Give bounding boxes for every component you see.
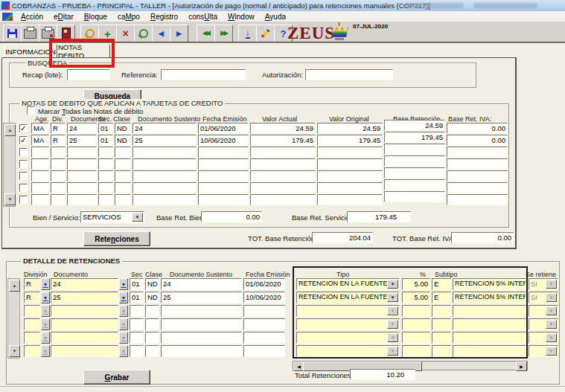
notas-cell-valor_original[interactable] [317, 182, 383, 193]
bien-servicio-select[interactable]: SERVICIOS ▼ [80, 211, 144, 223]
menu-item-ayuda[interactable]: Ayuda [260, 11, 291, 22]
detalle-cell-clase[interactable] [145, 318, 159, 330]
detalle-cell-sustento[interactable] [161, 305, 242, 317]
notas-cell-valor_original[interactable] [317, 158, 383, 170]
notas-cell-valor_actual[interactable]: 24.59 [250, 123, 316, 134]
notas-cell-base_ret_iva[interactable] [447, 182, 508, 193]
base-ret-bien-field[interactable]: 0.00 [201, 211, 262, 222]
notas-cell-documento[interactable] [67, 147, 97, 158]
notas-cell-documento[interactable] [67, 170, 97, 181]
documento-lov-button[interactable]: ▼ [119, 278, 128, 290]
notas-cell-valor_actual[interactable] [250, 147, 316, 158]
notas-cell-sec[interactable]: 01 [98, 123, 113, 134]
detalle-cell-sec[interactable] [130, 332, 144, 344]
detalle-cell-documento[interactable] [51, 332, 118, 344]
dropdown-arrow-icon[interactable]: ▼ [132, 213, 143, 222]
notas-row-checkbox[interactable] [19, 172, 28, 180]
detalle-cell-sustento[interactable] [161, 345, 242, 357]
execute-query-button[interactable] [134, 25, 153, 42]
notas-cell-valor_original[interactable] [317, 147, 383, 158]
notas-cell-sec[interactable] [98, 147, 113, 158]
notas-cell-base_retencion[interactable] [384, 155, 445, 167]
detalle-cell-documento[interactable]: 25 [51, 292, 118, 303]
detalle-cell-subtipo-desc[interactable] [453, 345, 526, 357]
notas-cell-div[interactable] [51, 147, 66, 158]
save-button[interactable] [3, 25, 22, 42]
detalle-cell-sustento[interactable] [161, 318, 242, 330]
detalle-cell-subtipo-cod[interactable] [432, 318, 451, 330]
detalle-cell-fecha[interactable] [243, 318, 285, 330]
notas-scroll-down-button[interactable]: ▼ [4, 193, 16, 205]
detalle-cell-pct[interactable] [402, 332, 430, 344]
notas-cell-sec[interactable] [98, 194, 113, 205]
detalle-cell-subtipo-cod[interactable]: E [432, 278, 451, 290]
notas-cell-age[interactable]: MA [31, 123, 49, 134]
documento-lov-button[interactable]: ▼ [119, 345, 128, 357]
notas-cell-clase[interactable]: ND [115, 135, 131, 146]
notas-cell-valor_original[interactable] [317, 194, 383, 205]
notas-cell-div[interactable]: R [51, 123, 66, 134]
detalle-cell-fecha[interactable]: 10/06/2020 [243, 292, 285, 303]
notas-row-checkbox[interactable] [19, 160, 28, 168]
notas-cell-valor_original[interactable]: 179.45 [317, 135, 383, 146]
notas-row-checkbox[interactable] [19, 184, 28, 192]
notas-row-checkbox[interactable]: ✓ [19, 136, 28, 144]
notas-cell-sustento[interactable] [133, 147, 197, 158]
detalle-cell-tipo-select[interactable]: ▼ [296, 318, 400, 330]
detalle-cell-subtipo-desc[interactable] [453, 305, 526, 317]
first-record-button[interactable]: ◀◀ [197, 25, 215, 42]
detalle-cell-subtipo-cod[interactable] [432, 345, 451, 357]
last-record-button[interactable]: ▶▶ [214, 25, 233, 42]
notas-cell-age[interactable] [31, 170, 49, 181]
notas-cell-fecha[interactable] [198, 194, 249, 205]
division-lov-button[interactable]: ▼ [41, 278, 50, 290]
notas-cell-fecha[interactable] [198, 170, 249, 181]
notas-cell-documento[interactable] [67, 194, 97, 205]
detalle-cell-sec[interactable]: 01 [130, 292, 144, 303]
notas-cell-sustento[interactable]: 24 [133, 123, 197, 134]
menu-item-consulta[interactable]: consUlta [183, 11, 223, 22]
detalle-cell-tipo-select[interactable]: ▼ [296, 332, 400, 344]
detalle-cell-subtipo-cod[interactable] [432, 332, 451, 344]
detalle-cell-tipo-select[interactable]: RETENCION EN LA FUENTE▼ [296, 292, 400, 303]
notas-cell-documento[interactable] [67, 182, 97, 193]
detalle-cell-pct[interactable] [402, 318, 430, 330]
detalle-cell-documento[interactable] [51, 345, 118, 357]
detalle-cell-clase[interactable]: ND [145, 278, 159, 290]
notas-cell-valor_actual[interactable] [250, 170, 316, 181]
notas-cell-div[interactable]: R [51, 135, 66, 146]
detalle-cell-sec[interactable] [130, 318, 144, 330]
menu-item-campo[interactable]: caMpo [112, 11, 145, 22]
detalle-cell-sec[interactable]: 01 [130, 278, 144, 290]
notas-cell-sec[interactable] [98, 182, 113, 193]
detalle-cell-documento[interactable] [51, 318, 118, 330]
detalle-scroll-up-button[interactable]: ▲ [9, 280, 20, 292]
notas-cell-valor_original[interactable]: 24.59 [317, 123, 383, 134]
detalle-cell-sec[interactable] [130, 345, 144, 357]
notas-cell-base_retencion[interactable] [384, 191, 445, 202]
retenciones-button[interactable]: Retenciones [83, 231, 150, 246]
notas-cell-base_ret_iva[interactable]: 0.00 [447, 135, 508, 146]
notas-cell-age[interactable] [31, 158, 49, 170]
autorizacion-input[interactable] [305, 69, 393, 80]
previous-record-button[interactable]: ◀ [152, 25, 170, 42]
detalle-cell-clase[interactable] [145, 332, 159, 344]
notas-cell-age[interactable] [31, 147, 49, 158]
detalle-cell-tipo-select[interactable]: ▼ [296, 305, 400, 317]
scroll-right-button[interactable]: ▶ [516, 362, 527, 371]
notas-cell-valor_actual[interactable] [250, 182, 316, 193]
recap-input[interactable] [67, 69, 110, 80]
notas-cell-fecha[interactable] [198, 147, 249, 158]
notas-cell-valor_actual[interactable]: 179.45 [250, 135, 316, 146]
tipo-dropdown-arrow-icon[interactable]: ▼ [387, 280, 398, 289]
detalle-cell-fecha[interactable] [243, 332, 285, 344]
detalle-cell-sustento[interactable] [161, 332, 242, 344]
documento-lov-button[interactable]: ▼ [119, 305, 128, 317]
notas-cell-base_retencion[interactable] [384, 144, 445, 155]
commit-button[interactable]: ↓ [238, 25, 257, 42]
detalle-cell-pct[interactable] [402, 305, 430, 317]
menu-item-accin[interactable]: Acción [16, 11, 48, 22]
documento-lov-button[interactable]: ▼ [119, 318, 128, 330]
detalle-cell-division[interactable] [24, 345, 40, 357]
detalle-cell-fecha[interactable]: 01/06/2020 [243, 278, 285, 290]
